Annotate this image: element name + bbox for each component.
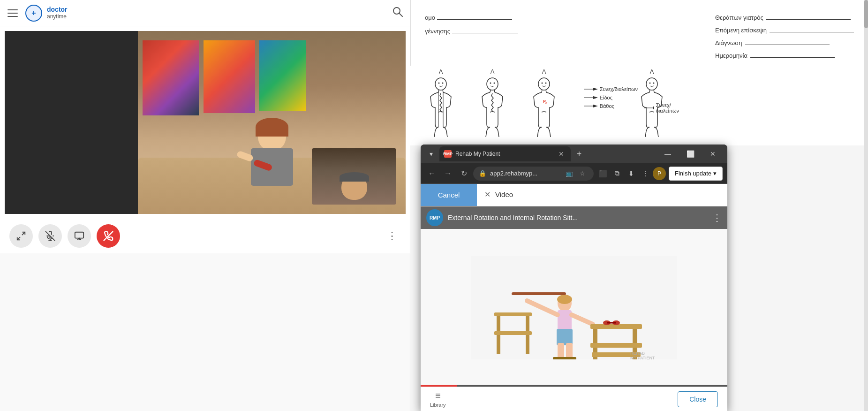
screen-cast-button[interactable]: 📺 (564, 168, 575, 179)
artwork-2 (204, 40, 255, 113)
svg-point-38 (649, 83, 651, 84)
svg-text:REHAB: REHAB (630, 351, 645, 356)
svg-text:a: a (545, 101, 547, 105)
svg-line-18 (490, 90, 491, 92)
expand-button[interactable] (9, 224, 33, 248)
window-close-button[interactable]: ✕ (702, 145, 724, 163)
svg-text:MY PATIENT: MY PATIENT (630, 356, 655, 359)
svg-point-48 (557, 295, 572, 304)
svg-marker-41 (653, 107, 654, 109)
video-tab-close-icon[interactable]: ✕ (484, 190, 491, 199)
svg-point-35 (646, 78, 657, 90)
doctor-hair (340, 172, 369, 182)
svg-point-39 (653, 83, 655, 84)
video-left-panel (5, 31, 138, 214)
window-restore-button[interactable]: ⬜ (679, 145, 701, 163)
address-bar[interactable]: 🔒 app2.rehabmyp... 📺 ☆ (473, 167, 594, 181)
doc-field-gennisis: γέννησης (425, 28, 518, 35)
body-annotation-4: Συνεχ/διαλείπων (644, 102, 683, 114)
browser-window: ▾ RMP Rehab My Patient ✕ + — ⬜ ✕ ← → ↻ 🔒… (421, 145, 727, 411)
svg-line-19 (494, 90, 495, 92)
logo-text: doctor anytime (47, 6, 68, 20)
active-browser-tab[interactable]: RMP Rehab My Patient ✕ (439, 146, 571, 161)
top-bar: + doctor anytime (0, 0, 410, 26)
content-top-bar: Cancel ✕ Video (421, 184, 727, 206)
share-screen-icon (74, 231, 84, 241)
window-minimize-button[interactable]: — (657, 145, 679, 163)
bookmark-button[interactable]: ☆ (577, 168, 588, 179)
extensions-button[interactable]: ⬛ (596, 167, 610, 180)
browser-toolbar-right: ⬛ ⧉ ⬇ ⋮ P (596, 167, 666, 180)
right-scrollbar[interactable] (864, 0, 868, 411)
svg-point-17 (487, 78, 498, 90)
new-tab-button[interactable]: + (573, 147, 586, 160)
rmp-video-more-button[interactable]: ⋮ (712, 212, 722, 223)
svg-text:+: + (31, 9, 36, 17)
split-button[interactable]: ⧉ (611, 167, 624, 180)
body-annotations: Συνεχ/διαλείπων Είδος (584, 86, 638, 109)
svg-marker-32 (593, 96, 598, 99)
profile-avatar[interactable]: P (653, 167, 666, 180)
dumbbell (253, 159, 272, 172)
library-label: Library (430, 402, 446, 408)
cancel-button[interactable]: Cancel (421, 184, 477, 206)
patient-figure (251, 120, 293, 186)
mute-button[interactable] (38, 224, 62, 248)
svg-point-20 (490, 83, 491, 84)
svg-point-21 (494, 83, 495, 84)
library-button[interactable]: ≡ Library (430, 390, 446, 408)
tab-dropdown-button[interactable]: ▾ (424, 147, 438, 160)
more-options-button[interactable]: ⋮ (383, 226, 401, 246)
video-progress-fill (421, 385, 457, 387)
annotation-arrow-4 (644, 106, 654, 110)
share-screen-button[interactable] (68, 224, 91, 248)
svg-rect-64 (553, 357, 576, 359)
controls-left-group (9, 224, 120, 248)
menu-dots-button[interactable]: ⋮ (639, 167, 652, 180)
svg-point-12 (435, 78, 446, 90)
svg-rect-9 (75, 232, 83, 238)
doctor-mini-bg (312, 148, 396, 205)
window-controls: — ⬜ ✕ (657, 145, 724, 163)
forward-button[interactable]: → (441, 167, 454, 180)
doc-fields-right: Θεράπων γιατρός Επόμενη επίσκεψη Διάγνωσ… (715, 14, 854, 59)
doctor-head (341, 174, 367, 200)
doctor-anytime-logo-icon: + (25, 5, 42, 22)
browser-bottom-bar: ≡ Library Close (421, 387, 727, 411)
svg-line-37 (654, 90, 654, 92)
rmp-video-header: RMP External Rotation and Internal Rotat… (421, 206, 727, 229)
svg-point-28 (545, 83, 547, 84)
svg-line-3 (399, 13, 402, 16)
tab-close-button[interactable]: ✕ (557, 149, 566, 159)
hangup-button[interactable] (97, 224, 120, 248)
svg-line-24 (546, 90, 546, 92)
annotation-arrow-1 (584, 87, 598, 91)
body-third-diagram: P a (525, 77, 563, 138)
expand-icon (16, 231, 26, 241)
video-center-panel (138, 31, 406, 214)
reload-button[interactable]: ↻ (457, 167, 470, 180)
svg-point-16 (442, 83, 444, 84)
hamburger-menu-icon[interactable] (8, 9, 18, 17)
svg-line-5 (17, 237, 20, 240)
video-progress-bar[interactable] (421, 385, 727, 387)
svg-line-14 (443, 90, 443, 92)
address-actions: 📺 ☆ (564, 168, 588, 179)
svg-rect-42 (471, 256, 677, 359)
address-text: app2.rehabmyp... (490, 170, 560, 177)
rmp-logo-circle: RMP (426, 209, 443, 226)
svg-rect-52 (566, 343, 573, 359)
doctor-pip-video (312, 148, 396, 205)
svg-rect-50 (557, 329, 573, 345)
body-front-diagram (422, 77, 460, 138)
finish-update-button[interactable]: Finish update ▾ (669, 167, 723, 181)
close-video-button[interactable]: Close (678, 391, 718, 407)
artwork-3 (259, 40, 306, 111)
back-button[interactable]: ← (425, 167, 438, 180)
video-player[interactable]: RMP External Rotation and Internal Rotat… (421, 206, 727, 387)
annotation-arrow-2 (584, 95, 598, 100)
video-tab[interactable]: ✕ Video (477, 184, 727, 206)
search-icon[interactable] (392, 7, 403, 19)
doc-field-omo: ομο (425, 14, 518, 21)
download-button[interactable]: ⬇ (625, 167, 638, 180)
